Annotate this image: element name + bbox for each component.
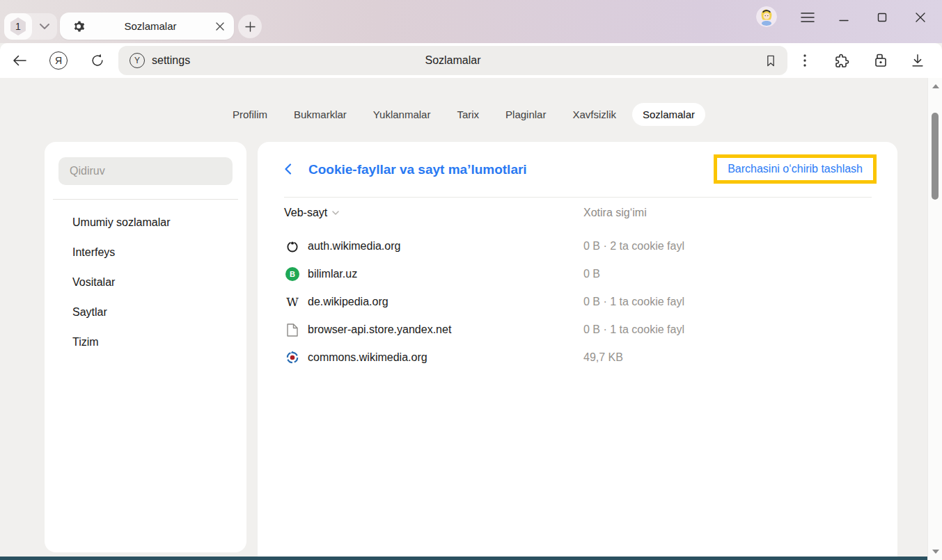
browser-window: 1 Sozlamalar: [0, 0, 942, 560]
reload-icon[interactable]: [82, 45, 113, 76]
wikimedia-icon: [285, 239, 299, 253]
menu-icon[interactable]: [799, 8, 817, 26]
tab-counter[interactable]: 1: [4, 13, 32, 40]
kebab-menu-icon[interactable]: [786, 45, 824, 76]
sidebar-item-umumiy-sozlamalar[interactable]: Umumiy sozlamalar: [45, 207, 246, 237]
site-name: browser-api.store.yandex.net: [308, 323, 451, 336]
nav-tab-tarix[interactable]: Tarix: [446, 103, 489, 126]
site-name: bilimlar.uz: [308, 268, 357, 280]
tab-count-badge: 1: [9, 17, 27, 35]
site-row-bilimlar[interactable]: B bilimlar.uz 0 B: [258, 260, 897, 288]
nav-tab-bukmarklar[interactable]: Bukmarklar: [283, 103, 357, 126]
maximize-button[interactable]: [873, 8, 891, 26]
column-header-site[interactable]: Veb-sayt: [284, 207, 339, 219]
site-name: auth.wikimedia.org: [308, 240, 400, 253]
scrollbar-thumb[interactable]: [932, 113, 939, 200]
nav-tab-xavfsizlik[interactable]: Xavfsizlik: [562, 103, 627, 126]
back-chevron-icon[interactable]: [283, 163, 294, 175]
column-header-storage: Xotira sig‘imi: [583, 207, 647, 219]
omnibox-page-title: Sozlamalar: [118, 54, 787, 67]
tab-close-icon[interactable]: [216, 22, 224, 31]
site-storage: 0 B · 1 ta cookie fayl: [583, 296, 684, 308]
nav-tab-plaginlar[interactable]: Plaginlar: [495, 103, 556, 126]
site-row-de-wikipedia[interactable]: W de.wikipedia.org 0 B · 1 ta cookie fay…: [258, 288, 897, 316]
url-text[interactable]: settings: [152, 54, 190, 67]
yandex-letter: Я: [55, 55, 62, 66]
window-bottom-edge: [0, 557, 927, 560]
yandex-logo[interactable]: Я: [43, 45, 74, 76]
tab-title: Sozlamalar: [85, 20, 216, 32]
site-storage: 0 B · 1 ta cookie fayl: [583, 323, 684, 336]
bookmark-icon[interactable]: [764, 54, 778, 67]
sidebar-item-interfeys[interactable]: Interfeys: [45, 237, 246, 267]
back-icon[interactable]: [4, 45, 35, 76]
header-divider: [284, 197, 872, 198]
site-storage: 0 B · 2 ta cookie fayl: [583, 240, 684, 253]
page-scrollbar[interactable]: [927, 78, 942, 560]
settings-sidebar: Umumiy sozlamalar Interfeys Vositalar Sa…: [45, 142, 246, 552]
close-button[interactable]: [911, 8, 929, 26]
tab-sozlamalar[interactable]: Sozlamalar: [60, 13, 234, 40]
wikipedia-icon: W: [285, 295, 299, 309]
site-list: auth.wikimedia.org 0 B · 2 ta cookie fay…: [258, 232, 897, 371]
downloads-icon[interactable]: [899, 45, 936, 76]
sidebar-divider: [53, 199, 238, 200]
passwords-icon[interactable]: [861, 45, 899, 76]
sidebar-item-vositalar[interactable]: Vositalar: [45, 267, 246, 297]
settings-nav-tabs: Profilim Bukmarklar Yuklanmalar Tarix Pl…: [0, 103, 927, 126]
search-input[interactable]: [58, 157, 233, 185]
nav-tab-sozlamalar[interactable]: Sozlamalar: [632, 103, 705, 126]
protect-letter: Y: [134, 56, 140, 65]
extensions-icon[interactable]: [824, 45, 861, 76]
nav-tab-yuklanmalar[interactable]: Yuklanmalar: [363, 103, 441, 126]
scroll-down-icon[interactable]: [928, 546, 942, 557]
cookies-panel: Cookie-fayllar va sayt ma’lumotlari Barc…: [258, 142, 897, 560]
commons-icon: [285, 351, 299, 365]
bilimlar-icon: B: [285, 267, 299, 281]
tab-strip: 1 Sozlamalar: [0, 0, 942, 43]
site-row-auth-wikimedia[interactable]: auth.wikimedia.org 0 B · 2 ta cookie fay…: [258, 232, 897, 260]
page-title: Cookie-fayllar va sayt ma’lumotlari: [308, 162, 527, 177]
delete-all-button[interactable]: Barchasini o‘chirib tashlash: [714, 154, 877, 184]
sort-chevron-icon: [332, 211, 339, 215]
new-tab-button[interactable]: [238, 15, 262, 38]
address-bar[interactable]: Y settings Sozlamalar: [118, 46, 787, 75]
chevron-down-icon[interactable]: [32, 24, 57, 29]
toolbar: Я Y settings Sozlamalar: [0, 43, 942, 78]
minimize-button[interactable]: [835, 8, 853, 26]
site-storage: 0 B: [583, 268, 600, 280]
tab-group-button[interactable]: 1: [4, 13, 57, 40]
site-row-commons-wikimedia[interactable]: commons.wikimedia.org 49,7 KB: [258, 344, 897, 371]
document-icon: [285, 323, 299, 337]
site-storage: 49,7 KB: [583, 351, 623, 364]
column-site-label: Veb-sayt: [284, 207, 327, 219]
site-protect-icon[interactable]: Y: [129, 53, 145, 68]
settings-page: Profilim Bukmarklar Yuklanmalar Tarix Pl…: [0, 78, 927, 560]
sidebar-item-tizim[interactable]: Tizim: [45, 327, 246, 357]
site-name: commons.wikimedia.org: [308, 351, 427, 364]
nav-tab-profilim[interactable]: Profilim: [222, 103, 278, 126]
scroll-up-icon[interactable]: [928, 81, 942, 92]
gear-icon: [72, 20, 85, 33]
sidebar-item-saytlar[interactable]: Saytlar: [45, 297, 246, 327]
bilimlar-letter: B: [290, 270, 295, 278]
site-name: de.wikipedia.org: [308, 296, 388, 308]
site-row-browser-api[interactable]: browser-api.store.yandex.net 0 B · 1 ta …: [258, 316, 897, 344]
avatar[interactable]: [756, 6, 777, 27]
